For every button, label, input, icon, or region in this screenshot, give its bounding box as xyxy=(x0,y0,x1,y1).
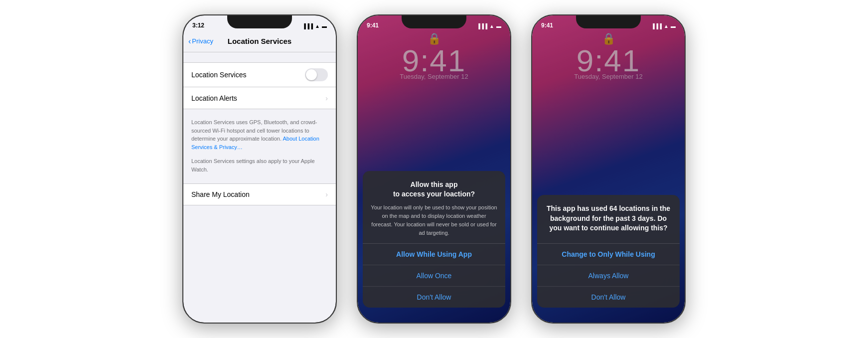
wifi-icon-3: ▲ xyxy=(664,23,669,29)
status-icons: ▐▐▐ ▲ ▬ xyxy=(302,23,327,29)
toggle-knob xyxy=(306,69,317,80)
nav-bar: ‹ Privacy Location Services xyxy=(183,30,336,52)
settings-screen: 3:12 ▐▐▐ ▲ ▬ ‹ Privacy Location Services… xyxy=(183,15,336,323)
share-disclosure-icon: › xyxy=(325,190,328,198)
allow-once-btn[interactable]: Allow Once xyxy=(363,265,505,286)
dialog-buttons-1: Allow While Using App Allow Once Don't A… xyxy=(363,243,505,308)
dialog-box-1: Allow this appto access your loaction? Y… xyxy=(363,171,505,308)
dont-allow-btn-2[interactable]: Don't Allow xyxy=(537,286,680,308)
notch xyxy=(227,15,292,28)
back-chevron-icon: ‹ xyxy=(188,37,191,46)
location-services-toggle[interactable] xyxy=(305,68,328,81)
always-allow-btn[interactable]: Always Allow xyxy=(537,265,680,286)
dialog-screen-1: 9:41 ▐▐▐ ▲ ▬ 🔒 9:41 Tuesday, September 1… xyxy=(358,15,510,323)
share-location-label: Share My Location xyxy=(191,190,250,198)
battery-icon-2: ▬ xyxy=(496,23,501,29)
status-time-2: 9:41 xyxy=(367,22,379,29)
settings-content: Location Services Location Alerts › Loca… xyxy=(183,52,336,323)
signal-icon: ▐▐▐ xyxy=(302,23,313,29)
nav-title: Location Services xyxy=(228,37,291,45)
back-label: Privacy xyxy=(192,37,213,45)
dialog-overlay-1: Allow this appto access your loaction? Y… xyxy=(358,15,510,323)
status-time: 3:12 xyxy=(192,22,204,29)
dialog-screen-2: 9:41 ▐▐▐ ▲ ▬ 🔒 9:41 Tuesday, September 1… xyxy=(532,15,685,323)
phone-dialog-1: 9:41 ▐▐▐ ▲ ▬ 🔒 9:41 Tuesday, September 1… xyxy=(357,14,511,324)
location-services-cell[interactable]: Location Services xyxy=(183,62,336,87)
location-alerts-label: Location Alerts xyxy=(191,94,237,102)
dialog-buttons-2: Change to Only While Using Always Allow … xyxy=(537,243,680,308)
share-location-cell[interactable]: Share My Location › xyxy=(183,183,336,205)
battery-icon-3: ▬ xyxy=(671,23,676,29)
dialog-box-2: This app has used 64 locations in the ba… xyxy=(537,195,680,308)
apple-watch-description: Location Services settings also apply to… xyxy=(183,153,336,175)
battery-icon: ▬ xyxy=(322,23,327,29)
change-to-only-while-using-btn[interactable]: Change to Only While Using xyxy=(537,244,680,265)
dialog-body-2: This app has used 64 locations in the ba… xyxy=(537,195,680,243)
location-alerts-cell[interactable]: Location Alerts › xyxy=(183,87,336,109)
dialog-title-1: Allow this appto access your loaction? xyxy=(371,180,497,199)
phone-dialog-2: 9:41 ▐▐▐ ▲ ▬ 🔒 9:41 Tuesday, September 1… xyxy=(531,14,686,324)
dialog-title-2: This app has used 64 locations in the ba… xyxy=(545,204,672,233)
wifi-icon-2: ▲ xyxy=(489,23,494,29)
dont-allow-btn-1[interactable]: Don't Allow xyxy=(363,286,505,308)
status-icons-2: ▐▐▐ ▲ ▬ xyxy=(477,23,501,29)
location-services-group: Location Services Location Alerts › xyxy=(183,62,336,109)
disclosure-icon: › xyxy=(325,94,328,102)
location-services-label: Location Services xyxy=(191,71,247,79)
phone-settings: 3:12 ▐▐▐ ▲ ▬ ‹ Privacy Location Services… xyxy=(182,14,337,324)
share-location-group: Share My Location › xyxy=(183,183,336,205)
dialog-body-1: Allow this appto access your loaction? Y… xyxy=(363,171,505,243)
back-button[interactable]: ‹ Privacy xyxy=(188,37,213,46)
signal-icon-2: ▐▐▐ xyxy=(477,23,487,29)
signal-icon-3: ▐▐▐ xyxy=(651,23,662,29)
wifi-icon: ▲ xyxy=(315,23,320,29)
notch-2 xyxy=(402,15,466,28)
status-icons-3: ▐▐▐ ▲ ▬ xyxy=(651,23,676,29)
location-description: Location Services uses GPS, Bluetooth, a… xyxy=(183,114,336,153)
status-time-3: 9:41 xyxy=(541,22,553,29)
dialog-overlay-2: This app has used 64 locations in the ba… xyxy=(532,15,685,323)
dialog-message-1: Your location will only be used to show … xyxy=(371,203,497,237)
notch-3 xyxy=(576,15,641,28)
allow-while-using-btn[interactable]: Allow While Using App xyxy=(363,244,505,265)
